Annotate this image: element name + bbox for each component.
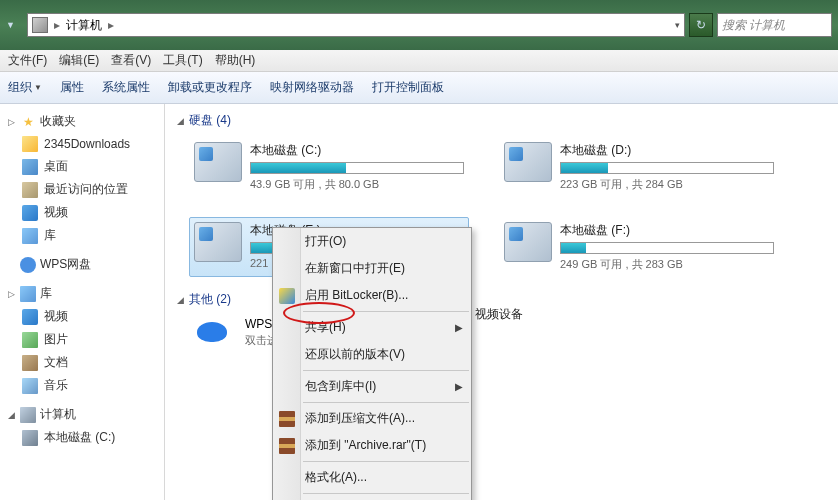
search-input[interactable]: 搜索 计算机 — [717, 13, 832, 37]
sidebar-item-video[interactable]: 视频 — [0, 201, 164, 224]
computer-icon — [20, 407, 36, 423]
ctx-label: 包含到库中(I) — [305, 378, 376, 395]
menu-file[interactable]: 文件(F) — [2, 50, 53, 71]
drive-icon — [22, 430, 38, 446]
sidebar-item-lib[interactable]: 库 — [0, 224, 164, 247]
submenu-arrow-icon: ▶ — [455, 381, 463, 392]
ctx-item[interactable]: 格式化(A)... — [273, 464, 471, 491]
ctx-label: 添加到压缩文件(A)... — [305, 410, 415, 427]
ctx-item[interactable]: 打开(O) — [273, 228, 471, 255]
toolbar: 组织 ▼ 属性 系统属性 卸载或更改程序 映射网络驱动器 打开控制面板 — [0, 72, 838, 104]
search-placeholder: 搜索 计算机 — [722, 17, 785, 34]
music-icon — [22, 378, 38, 394]
context-menu: 打开(O)在新窗口中打开(E)启用 BitLocker(B)...共享(H)▶还… — [272, 227, 472, 500]
ctx-item[interactable]: 复制(C) — [273, 496, 471, 500]
drive-stat: 43.9 GB 可用 , 共 80.0 GB — [250, 177, 464, 192]
drive-name: 本地磁盘 (D:) — [560, 142, 774, 159]
ctx-item[interactable]: 添加到 "Archive.rar"(T) — [273, 432, 471, 459]
drive-capacity-bar — [250, 162, 464, 174]
document-icon — [22, 355, 38, 371]
drive-item[interactable]: 本地磁盘 (D:)223 GB 可用 , 共 284 GB — [499, 137, 779, 197]
drive-icon — [504, 142, 552, 182]
ctx-item[interactable]: 共享(H)▶ — [273, 314, 471, 341]
menu-tools[interactable]: 工具(T) — [157, 50, 208, 71]
menubar: 文件(F) 编辑(E) 查看(V) 工具(T) 帮助(H) — [0, 50, 838, 72]
breadcrumb-sep-icon: ▸ — [108, 18, 114, 32]
ctx-label: 添加到 "Archive.rar"(T) — [305, 437, 426, 454]
ctx-item[interactable]: 在新窗口中打开(E) — [273, 255, 471, 282]
video-icon — [22, 205, 38, 221]
drive-stat: 249 GB 可用 , 共 283 GB — [560, 257, 774, 272]
menu-view[interactable]: 查看(V) — [105, 50, 157, 71]
computer-icon — [32, 17, 48, 33]
ctx-label: 格式化(A)... — [305, 469, 367, 486]
drive-icon — [504, 222, 552, 262]
tb-properties[interactable]: 属性 — [60, 79, 84, 96]
sidebar-libraries[interactable]: ▷库 — [0, 282, 164, 305]
sidebar-item-desktop[interactable]: 桌面 — [0, 155, 164, 178]
tb-uninstall[interactable]: 卸载或更改程序 — [168, 79, 252, 96]
refresh-button[interactable]: ↻ — [689, 13, 713, 37]
nav-back-dropdown[interactable]: ▼ — [6, 20, 15, 30]
library-icon — [20, 286, 36, 302]
breadcrumb-location[interactable]: 计算机 — [66, 17, 102, 34]
address-dropdown-icon[interactable]: ▾ — [675, 20, 680, 30]
sidebar-wps[interactable]: WPS网盘 — [0, 253, 164, 276]
drive-item[interactable]: 本地磁盘 (F:)249 GB 可用 , 共 283 GB — [499, 217, 779, 277]
drive-name: 本地磁盘 (F:) — [560, 222, 774, 239]
sidebar-item-recent[interactable]: 最近访问的位置 — [0, 178, 164, 201]
breadcrumb-sep-icon: ▸ — [54, 18, 60, 32]
drive-icon — [194, 222, 242, 262]
sidebar-item-music[interactable]: 音乐 — [0, 374, 164, 397]
content-pane: ◢硬盘 (4) 本地磁盘 (C:)43.9 GB 可用 , 共 80.0 GB本… — [165, 104, 838, 500]
ctx-label: 启用 BitLocker(B)... — [305, 287, 408, 304]
sidebar-item-videos[interactable]: 视频 — [0, 305, 164, 328]
drive-icon — [194, 142, 242, 182]
sidebar-item-documents[interactable]: 文档 — [0, 351, 164, 374]
wps-drive-icon — [189, 316, 237, 356]
archive-icon — [279, 411, 295, 427]
drive-capacity-bar — [560, 162, 774, 174]
library-icon — [22, 228, 38, 244]
ctx-item[interactable]: 启用 BitLocker(B)... — [273, 282, 471, 309]
drive-stat: 223 GB 可用 , 共 284 GB — [560, 177, 774, 192]
sidebar-computer[interactable]: ◢计算机 — [0, 403, 164, 426]
desktop-icon — [22, 159, 38, 175]
drive-capacity-bar — [560, 242, 774, 254]
titlebar: ▼ ▸ 计算机 ▸ ▾ ↻ 搜索 计算机 — [0, 0, 838, 50]
tb-system-properties[interactable]: 系统属性 — [102, 79, 150, 96]
folder-icon — [22, 136, 38, 152]
shield-icon — [279, 288, 295, 304]
sidebar-item-downloads[interactable]: 2345Downloads — [0, 133, 164, 155]
submenu-arrow-icon: ▶ — [455, 322, 463, 333]
ctx-label: 共享(H) — [305, 319, 346, 336]
star-icon: ★ — [20, 114, 36, 130]
ctx-label: 还原以前的版本(V) — [305, 346, 405, 363]
ctx-label: 打开(O) — [305, 233, 346, 250]
refresh-icon: ↻ — [696, 18, 706, 32]
ctx-label: 在新窗口中打开(E) — [305, 260, 405, 277]
tb-control-panel[interactable]: 打开控制面板 — [372, 79, 444, 96]
sidebar-item-drive-c[interactable]: 本地磁盘 (C:) — [0, 426, 164, 449]
sidebar: ▷★收藏夹 2345Downloads 桌面 最近访问的位置 视频 库 WPS网… — [0, 104, 165, 500]
video-icon — [22, 309, 38, 325]
ctx-item[interactable]: 还原以前的版本(V) — [273, 341, 471, 368]
ctx-item[interactable]: 添加到压缩文件(A)... — [273, 405, 471, 432]
wps-icon — [20, 257, 36, 273]
ctx-extra-label: 视频设备 — [475, 306, 523, 323]
tb-map-drive[interactable]: 映射网络驱动器 — [270, 79, 354, 96]
address-bar[interactable]: ▸ 计算机 ▸ ▾ — [27, 13, 685, 37]
recent-icon — [22, 182, 38, 198]
drive-item[interactable]: 本地磁盘 (C:)43.9 GB 可用 , 共 80.0 GB — [189, 137, 469, 197]
menu-edit[interactable]: 编辑(E) — [53, 50, 105, 71]
archive-icon — [279, 438, 295, 454]
section-drives[interactable]: ◢硬盘 (4) — [175, 112, 838, 129]
sidebar-item-pictures[interactable]: 图片 — [0, 328, 164, 351]
ctx-item[interactable]: 包含到库中(I)▶ — [273, 373, 471, 400]
drive-name: 本地磁盘 (C:) — [250, 142, 464, 159]
sidebar-favorites[interactable]: ▷★收藏夹 — [0, 110, 164, 133]
tb-organize[interactable]: 组织 ▼ — [8, 79, 42, 96]
picture-icon — [22, 332, 38, 348]
menu-help[interactable]: 帮助(H) — [209, 50, 262, 71]
